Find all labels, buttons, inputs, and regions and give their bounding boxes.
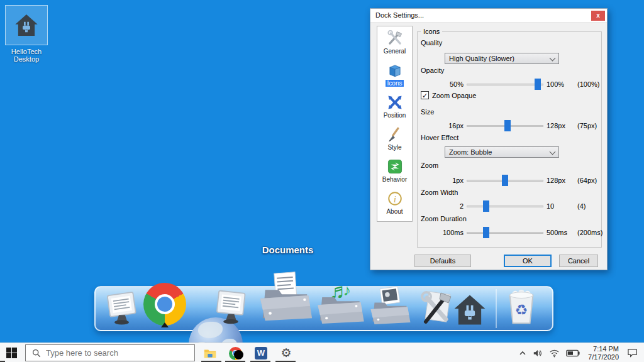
pictures-folder-icon[interactable] bbox=[368, 283, 413, 328]
hover-effect-label: Hover Effect bbox=[421, 134, 458, 141]
tray-time: 7:14 PM bbox=[588, 345, 619, 353]
sidebar-item-icons[interactable]: Icons bbox=[377, 58, 412, 90]
sidebar-item-general[interactable]: General bbox=[377, 26, 412, 58]
style-paintbrush-icon bbox=[387, 126, 403, 143]
size-label: Size bbox=[421, 108, 434, 116]
defaults-button[interactable]: Defaults bbox=[414, 255, 471, 267]
search-icon bbox=[32, 349, 41, 358]
size-slider-thumb[interactable] bbox=[504, 120, 511, 131]
tray-clock[interactable]: 7:14 PM 7/17/2020 bbox=[588, 345, 619, 361]
my-computer-icon[interactable] bbox=[104, 291, 140, 327]
close-button[interactable]: x bbox=[591, 11, 605, 21]
svg-text:♻: ♻ bbox=[515, 302, 528, 318]
settings-sidebar: General Icons Position bbox=[377, 26, 413, 222]
zoom-slider-row: 1px 128px (64px) bbox=[438, 174, 603, 187]
position-arrows-icon bbox=[387, 94, 403, 111]
cancel-button[interactable]: Cancel bbox=[559, 255, 598, 267]
zoom-current-value: (64px) bbox=[577, 177, 610, 184]
opacity-label: Opacity bbox=[421, 67, 444, 74]
quality-label: Quality bbox=[421, 39, 442, 47]
search-input[interactable] bbox=[46, 348, 178, 358]
zoom-width-slider[interactable] bbox=[467, 200, 543, 212]
tray-chevron-up-icon[interactable] bbox=[519, 349, 526, 357]
desktop-icon-label: HelloTech Desktop bbox=[0, 48, 53, 63]
svg-text:i: i bbox=[394, 195, 396, 204]
zoom-width-label: Zoom Width bbox=[421, 189, 458, 196]
opacity-slider-row: 50% 100% (100%) bbox=[438, 78, 603, 90]
opacity-slider-thumb[interactable] bbox=[535, 79, 541, 90]
opacity-current-value: (100%) bbox=[577, 80, 610, 88]
start-button[interactable] bbox=[6, 348, 17, 358]
dock-separator bbox=[496, 289, 497, 328]
icons-crate-icon bbox=[387, 62, 403, 79]
documents-folder-icon[interactable] bbox=[257, 269, 316, 328]
hellotech-home-dock-icon[interactable] bbox=[452, 292, 488, 328]
file-explorer-taskbar-icon[interactable] bbox=[203, 346, 217, 360]
quality-dropdown[interactable]: High Quality (Slower) bbox=[445, 53, 559, 64]
zoom-duration-slider-thumb[interactable] bbox=[483, 227, 489, 238]
hover-effect-dropdown[interactable]: Zoom: Bubble bbox=[445, 146, 559, 158]
recycle-bin-icon[interactable]: ♻ bbox=[502, 288, 541, 327]
chrome-running-indicator bbox=[161, 322, 169, 327]
dock-settings-dialog: Dock Settings... x General Icons bbox=[370, 8, 608, 270]
zoom-opaque-checkbox[interactable]: ✓ bbox=[421, 91, 429, 99]
wifi-icon[interactable] bbox=[549, 349, 560, 358]
hellotech-house-plug-icon bbox=[13, 12, 40, 38]
zoom-width-slider-thumb[interactable] bbox=[483, 200, 489, 212]
groupbox-title: Icons bbox=[421, 28, 442, 35]
system-tray: 7:14 PM 7/17/2020 bbox=[516, 343, 644, 362]
sidebar-item-about[interactable]: i About bbox=[377, 187, 412, 219]
zoom-duration-label: Zoom Duration bbox=[421, 215, 467, 222]
zoom-slider-thumb[interactable] bbox=[502, 175, 508, 186]
general-tools-icon bbox=[387, 30, 403, 47]
ok-button[interactable]: OK bbox=[504, 255, 552, 267]
chevron-down-icon bbox=[550, 55, 556, 62]
zoom-duration-slider-row: 100ms 500ms (200ms) bbox=[438, 226, 603, 239]
word-taskbar-icon[interactable]: W bbox=[254, 346, 268, 360]
size-slider[interactable] bbox=[467, 119, 543, 132]
size-slider-row: 16px 128px (75px) bbox=[438, 119, 603, 132]
zoom-width-slider-row: 2 10 (4) bbox=[438, 200, 603, 212]
dialog-title: Dock Settings... bbox=[375, 11, 424, 19]
action-center-icon[interactable] bbox=[627, 348, 638, 358]
touch-cursor bbox=[234, 350, 243, 359]
tray-date: 7/17/2020 bbox=[588, 353, 619, 361]
chrome-dock-icon[interactable] bbox=[143, 283, 186, 326]
desktop-icon-hellotech[interactable] bbox=[5, 5, 48, 45]
about-info-icon: i bbox=[387, 190, 403, 207]
svg-text:♪: ♪ bbox=[343, 282, 351, 299]
zoom-label: Zoom bbox=[421, 162, 438, 169]
settings-taskbar-icon[interactable]: ⚙ bbox=[279, 346, 293, 360]
behavior-arrows-icon bbox=[387, 158, 403, 175]
zoom-duration-current-value: (200ms) bbox=[577, 229, 610, 236]
opacity-slider[interactable] bbox=[467, 78, 543, 90]
zoom-opaque-checkbox-row[interactable]: ✓ Zoom Opaque bbox=[421, 91, 476, 99]
volume-icon[interactable] bbox=[533, 349, 543, 358]
zoom-duration-slider[interactable] bbox=[467, 226, 543, 239]
chevron-down-icon bbox=[550, 149, 556, 155]
taskbar-search[interactable] bbox=[25, 344, 195, 361]
zoom-opaque-label: Zoom Opaque bbox=[432, 92, 476, 99]
music-folder-icon[interactable]: ♬ ♪ bbox=[314, 275, 367, 328]
dialog-titlebar[interactable]: Dock Settings... x bbox=[370, 9, 607, 23]
network-monitor-overlay-icon bbox=[213, 289, 249, 326]
size-current-value: (75px) bbox=[577, 122, 610, 129]
sidebar-item-behavior[interactable]: Behavior bbox=[377, 155, 412, 187]
battery-icon[interactable] bbox=[566, 349, 580, 357]
zoom-slider[interactable] bbox=[467, 174, 543, 187]
sidebar-item-style[interactable]: Style bbox=[377, 123, 412, 155]
dock-tooltip: Documents bbox=[248, 244, 327, 255]
gear-icon: ⚙ bbox=[280, 347, 291, 359]
sidebar-item-position[interactable]: Position bbox=[377, 90, 412, 123]
taskbar: W ⚙ bbox=[0, 343, 644, 362]
zoom-width-current-value: (4) bbox=[577, 202, 610, 210]
